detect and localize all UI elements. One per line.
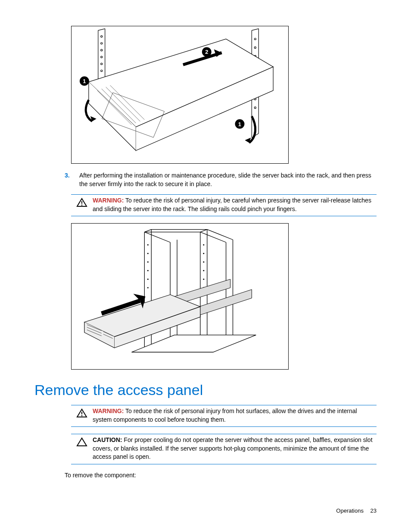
warning-triangle-bang-icon (76, 408, 87, 418)
caution-body: For proper cooling do not operate the se… (93, 436, 373, 460)
svg-point-0 (101, 36, 103, 37)
step-text: After performing the installation or mai… (79, 171, 377, 188)
illustration-server-front: 1 1 2 (72, 26, 288, 164)
svg-point-27 (147, 270, 149, 271)
caution-text: CAUTION: For proper cooling do not opera… (93, 436, 377, 461)
svg-point-29 (147, 287, 149, 289)
svg-point-34 (203, 279, 204, 280)
svg-text:2: 2 (205, 49, 208, 55)
svg-text:1: 1 (83, 78, 86, 84)
footer-page-number: 23 (371, 507, 377, 514)
figure-server-rail-release: 1 1 2 (71, 26, 289, 164)
svg-point-2 (101, 49, 103, 51)
warning-text: WARNING: To reduce the risk of personal … (93, 196, 377, 213)
svg-point-33 (203, 270, 204, 271)
heading-remove-access-panel: Remove the access panel (34, 380, 377, 401)
svg-point-14 (254, 107, 256, 109)
svg-point-25 (147, 253, 149, 254)
svg-point-26 (147, 261, 149, 263)
figure-server-slide-into-rack (71, 223, 289, 370)
footer-section-name: Operations (336, 507, 364, 514)
warning-block-rail-pinch: WARNING: To reduce the risk of personal … (71, 194, 377, 216)
caution-triangle-icon (76, 437, 87, 447)
alert-rule-bottom (71, 464, 377, 464)
warning-triangle-bang-icon (76, 197, 87, 208)
svg-point-28 (147, 279, 149, 280)
caution-label: CAUTION: (93, 436, 122, 443)
warning-label: WARNING: (93, 197, 124, 204)
warning-text: WARNING: To reduce the risk of personal … (93, 407, 377, 424)
svg-point-1 (101, 42, 103, 44)
step-number: 3. (65, 171, 79, 188)
svg-point-23 (81, 205, 83, 206)
svg-point-32 (203, 261, 204, 263)
svg-point-31 (203, 253, 204, 254)
page-footer: Operations 23 (336, 507, 377, 515)
warning-label: WARNING: (93, 408, 124, 414)
svg-point-3 (101, 56, 103, 58)
warning-body: To reduce the risk of personal injury fr… (93, 408, 357, 423)
illustration-rack-insert (72, 223, 288, 370)
remove-intro-text: To remove the component: (65, 471, 377, 480)
step-3: 3. After performing the installation or … (65, 171, 377, 188)
warning-body: To reduce the risk of personal injury, b… (93, 197, 371, 212)
svg-text:1: 1 (238, 121, 241, 128)
svg-point-6 (254, 38, 256, 40)
svg-point-7 (254, 47, 256, 48)
warning-block-hot-surfaces: WARNING: To reduce the risk of personal … (71, 405, 377, 427)
alert-rule-bottom (71, 216, 377, 216)
svg-point-5 (101, 70, 103, 72)
svg-point-24 (147, 244, 149, 246)
alert-rule-bottom (71, 426, 377, 427)
svg-point-4 (101, 63, 103, 65)
svg-point-37 (81, 415, 83, 417)
caution-block-cooling: CAUTION: For proper cooling do not opera… (71, 434, 377, 464)
svg-point-30 (203, 244, 204, 246)
